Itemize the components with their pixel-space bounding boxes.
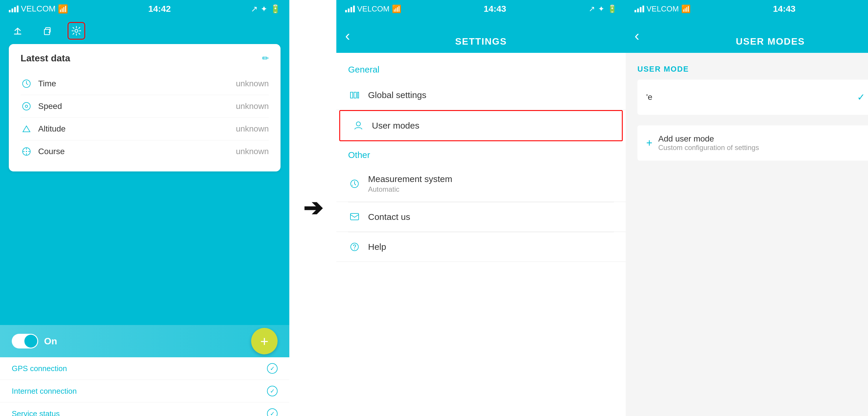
bottom-status-list: GPS connection ✓ Internet connection ✓ S…: [0, 357, 289, 416]
card-header: Latest data ✏: [21, 53, 269, 64]
measurement-system-sublabel: Automatic: [368, 185, 614, 193]
help-item[interactable]: Help: [336, 232, 626, 262]
internet-connection-item: Internet connection ✓: [0, 380, 289, 403]
location-icon-1: ↗: [251, 4, 258, 14]
time-label-3: 14:43: [773, 4, 796, 14]
user-mode-check-icon: ✓: [857, 92, 865, 103]
service-check-icon: ✓: [267, 408, 278, 416]
measurement-system-icon: [348, 177, 361, 190]
status-bar-1: VELCOM 📶 14:42 ↗ ✦ 🔋: [0, 0, 289, 18]
status-bar-3: VELCOM 📶 14:43 ↗ ✦ 🔋: [626, 0, 868, 18]
carrier-label-3: VELCOM: [647, 4, 679, 13]
wifi-icon-1: 📶: [58, 4, 68, 14]
carrier-label-1: VELCOM: [21, 4, 56, 13]
other-section-title: Other: [336, 150, 626, 166]
user-modes-item[interactable]: User modes: [339, 110, 623, 141]
bluetooth-icon-2: ✦: [598, 4, 604, 13]
measurement-system-text: Measurement system Automatic: [368, 174, 614, 193]
global-settings-text: Global settings: [368, 90, 614, 100]
modes-gap: [638, 120, 868, 125]
help-icon: [348, 241, 361, 253]
contact-us-label: Contact us: [368, 212, 614, 222]
svg-point-3: [23, 102, 30, 110]
screen1: VELCOM 📶 14:42 ↗ ✦ 🔋: [0, 0, 289, 416]
signal-icon-3: [634, 6, 644, 12]
svg-point-1: [75, 29, 78, 32]
measurement-system-item[interactable]: Measurement system Automatic: [336, 166, 626, 202]
course-row: Course unknown: [21, 140, 269, 163]
global-settings-item[interactable]: Global settings: [336, 81, 626, 110]
user-mode-name: 'e: [646, 93, 652, 102]
screen2: VELCOM 📶 14:43 ↗ ✦ 🔋 ‹ SETTINGS General: [336, 0, 626, 416]
contact-us-icon: [348, 211, 361, 223]
toggle-container: On: [12, 334, 57, 349]
add-user-mode-text: Add user mode Custom configuration of se…: [658, 134, 759, 152]
upload-button[interactable]: [9, 22, 26, 40]
settings-button[interactable]: [68, 22, 85, 40]
bluetooth-icon-1: ✦: [260, 4, 267, 14]
course-icon: [21, 146, 32, 157]
settings-back-button[interactable]: ‹: [345, 27, 350, 44]
global-settings-icon: [348, 89, 361, 102]
status-bar-2: VELCOM 📶 14:43 ↗ ✦ 🔋: [336, 0, 626, 18]
altitude-row: Altitude unknown: [21, 118, 269, 140]
carrier-label-2: VELCOM: [357, 4, 390, 13]
altitude-value: unknown: [236, 124, 269, 134]
speed-icon: [21, 100, 32, 112]
course-value: unknown: [236, 147, 269, 156]
speed-row: Speed unknown: [21, 95, 269, 118]
user-mode-row: 'e ✓: [638, 79, 868, 115]
speed-label: Speed: [38, 102, 62, 111]
svg-point-14: [354, 249, 355, 250]
measurement-system-label: Measurement system: [368, 174, 614, 184]
gps-connection-label: GPS connection: [12, 364, 67, 373]
signal-icon: [9, 6, 19, 12]
user-modes-content: USER MODE 'e ✓ + Add user mode Custom: [626, 53, 868, 416]
battery-icon-2: 🔋: [608, 4, 617, 13]
wifi-icon-2: 📶: [392, 4, 401, 13]
course-label: Course: [38, 147, 65, 156]
svg-point-4: [25, 105, 28, 107]
time-label-1: 14:42: [148, 4, 171, 14]
gps-connection-item: GPS connection ✓: [0, 357, 289, 380]
user-modes-icon: [352, 119, 365, 132]
gps-check-icon: ✓: [267, 363, 278, 374]
svg-rect-12: [350, 214, 359, 220]
svg-rect-8: [354, 92, 356, 98]
card-edit-icon[interactable]: ✏: [262, 54, 269, 63]
help-label: Help: [368, 242, 614, 252]
status-bar-left-3: VELCOM 📶: [634, 4, 690, 13]
toolbar-1: [0, 18, 289, 44]
time-value: unknown: [236, 79, 269, 88]
global-settings-label: Global settings: [368, 90, 614, 100]
add-user-mode-item[interactable]: + Add user mode Custom configuration of …: [638, 125, 868, 161]
svg-point-13: [351, 243, 359, 251]
status-bar-left-1: VELCOM 📶: [9, 4, 68, 14]
contact-us-item[interactable]: Contact us: [336, 202, 626, 232]
time-row: Time unknown: [21, 72, 269, 95]
latest-data-card: Latest data ✏ Time unknown: [9, 44, 281, 171]
user-mode-section-title: USER MODE: [638, 65, 868, 74]
user-modes-back-button[interactable]: ‹: [634, 27, 640, 44]
svg-point-6: [26, 151, 27, 152]
altitude-label: Altitude: [38, 124, 65, 134]
fab-add-button[interactable]: +: [251, 328, 278, 354]
contact-us-text: Contact us: [368, 212, 614, 222]
user-modes-nav-title: USER MODES: [736, 36, 805, 47]
svg-rect-7: [350, 92, 353, 98]
altitude-icon: [21, 123, 32, 135]
wifi-icon-3: 📶: [681, 4, 690, 13]
location-icon-2: ↗: [589, 4, 595, 13]
general-section-title: General: [336, 65, 626, 81]
arrow-container: ➔: [289, 0, 336, 416]
signal-icon-2: [345, 6, 355, 12]
on-off-toggle[interactable]: [12, 334, 38, 349]
toggle-knob: [24, 335, 37, 348]
settings-content: General Global settings: [336, 53, 626, 416]
settings-nav-bar: ‹ SETTINGS: [336, 18, 626, 53]
svg-point-10: [356, 122, 361, 126]
status-bar-right-1: ↗ ✦ 🔋: [251, 4, 281, 14]
user-modes-label: User modes: [372, 121, 610, 131]
copy-button[interactable]: [38, 22, 56, 40]
bottom-bar: On +: [0, 325, 289, 357]
